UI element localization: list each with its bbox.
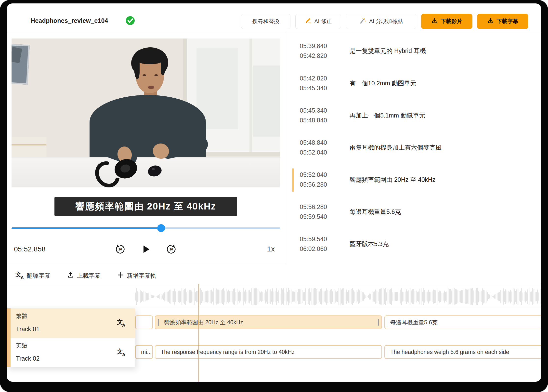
translate-icon: 文A <box>15 272 24 280</box>
seek-thumb[interactable] <box>157 224 165 232</box>
download-subtitle-label: 下載字幕 <box>497 18 518 25</box>
timeline-top-divider <box>7 284 541 284</box>
subtitle-row[interactable]: 05:59.54006:02.060 藍牙版本5.3克 <box>286 234 541 257</box>
translate-subtitle-label: 翻譯字幕 <box>27 272 50 280</box>
subtitle-segment[interactable]: 每邊耳機重量5.6克 <box>384 315 541 329</box>
upload-subtitle-label: 上載字幕 <box>77 272 101 280</box>
app-window: Headphones_review_e104 搜尋和替換 AI 修正 AI 分段… <box>7 3 541 382</box>
video-desk <box>12 157 280 187</box>
seek-fill <box>12 227 161 229</box>
download-video-button[interactable]: 下載影片 <box>421 14 472 29</box>
start-time: 05:48.840 <box>300 138 341 147</box>
subtitle-segment[interactable]: The headphones weigh 5.6 grams on each s… <box>384 345 541 359</box>
subtitle-row[interactable]: 05:56.28005:59.540 每邊耳機重量5.6克 <box>286 202 541 224</box>
subtitle-segment[interactable] <box>135 315 153 329</box>
download-video-label: 下載影片 <box>441 18 462 25</box>
download-icon <box>487 17 494 25</box>
upload-icon <box>67 272 74 280</box>
start-time: 05:42.820 <box>300 73 341 83</box>
end-time: 05:42.820 <box>300 51 341 61</box>
end-time: 05:52.040 <box>300 147 341 157</box>
subtitle-row[interactable]: 05:42.82005:45.340 有一個10.2mm 動圈單元 <box>286 73 541 96</box>
subtitle-overlay: 響應頻率範圍由 20Hz 至 40kHz <box>54 197 237 216</box>
subtitle-text: 是一隻雙單元的 Hybrid 耳機 <box>350 41 426 61</box>
ai-fix-label: AI 修正 <box>314 18 332 25</box>
current-time: 05:52.858 <box>14 245 46 253</box>
video-player[interactable] <box>12 39 280 187</box>
subtitle-row[interactable]: 05:39.84005:42.820 是一隻雙單元的 Hybrid 耳機 <box>286 41 541 64</box>
waveform[interactable] <box>7 286 541 308</box>
upload-subtitle-button[interactable]: 上載字幕 <box>67 267 101 284</box>
end-time: 05:56.280 <box>300 180 341 189</box>
segment-right-handle[interactable] <box>378 319 379 326</box>
track-name: Track 01 <box>16 326 39 333</box>
ai-segment-label: AI 分段加標點 <box>369 18 403 25</box>
subtitle-row-active[interactable]: 05:52.04005:56.280 響應頻率範圍由 20Hz 至 40kHz <box>286 170 541 192</box>
translate-icon[interactable]: 文A <box>117 319 125 327</box>
start-time: 05:56.280 <box>300 202 341 212</box>
subtitle-row[interactable]: 05:48.84005:52.040 兩隻耳機的機身加上有六個麥克風 <box>286 138 541 160</box>
download-icon <box>431 17 438 25</box>
timeline-playhead[interactable] <box>198 284 199 382</box>
forward-10-button[interactable]: 10 <box>165 243 178 256</box>
track-color-strip <box>7 308 11 367</box>
download-subtitle-button[interactable]: 下載字幕 <box>477 14 528 29</box>
search-replace-button[interactable]: 搜尋和替換 <box>241 14 290 29</box>
end-time: 06:02.060 <box>300 244 341 254</box>
translate-subtitle-button[interactable]: 文A 翻譯字幕 <box>15 267 50 284</box>
active-row-indicator <box>292 168 294 192</box>
start-time: 05:45.340 <box>300 105 341 115</box>
track-language: 繁體 <box>16 312 27 320</box>
subtitle-segment[interactable]: mi... <box>135 345 153 359</box>
end-time: 05:45.340 <box>300 83 341 93</box>
track-name: Track 02 <box>16 355 39 362</box>
playback-speed-button[interactable]: 1x <box>258 245 275 253</box>
check-circle-icon <box>125 16 135 26</box>
subtitle-segment[interactable]: The response frequency range is from 20H… <box>155 345 382 359</box>
plus-icon <box>117 272 124 280</box>
subtitle-row[interactable]: 05:45.34005:48.840 再加上一個5.1mm 動鐵單元 <box>286 105 541 128</box>
wand-sparkles-icon <box>359 17 366 26</box>
svg-text:10: 10 <box>118 248 122 251</box>
subtitle-text: 響應頻率範圍由 20Hz 至 40kHz <box>350 170 435 189</box>
subtitle-text: 藍牙版本5.3克 <box>350 234 389 254</box>
subtitle-segment-active[interactable]: 響應頻率範圍由 20Hz 至 40kHz <box>155 315 382 329</box>
search-replace-label: 搜尋和替換 <box>252 18 279 25</box>
header-divider <box>7 32 541 32</box>
add-track-label: 新增字幕軌 <box>127 272 156 280</box>
track-language: 英語 <box>16 342 27 349</box>
ai-segment-button[interactable]: AI 分段加標點 <box>346 14 416 29</box>
seek-bar[interactable] <box>12 224 280 232</box>
ai-fix-button[interactable]: AI 修正 <box>295 14 341 29</box>
subtitle-text: 每邊耳機重量5.6克 <box>350 202 401 222</box>
segment-left-handle[interactable] <box>158 319 159 326</box>
add-track-button[interactable]: 新增字幕軌 <box>117 267 156 284</box>
start-time: 05:39.840 <box>300 41 341 51</box>
screenshot-stage: Headphones_review_e104 搜尋和替換 AI 修正 AI 分段… <box>0 0 548 392</box>
start-time: 05:59.540 <box>300 234 341 244</box>
end-time: 05:59.540 <box>300 212 341 222</box>
player-bottom-divider <box>7 264 286 264</box>
subtitle-text: 再加上一個5.1mm 動鐵單元 <box>350 105 425 125</box>
play-button[interactable] <box>140 243 152 256</box>
track-dropdown: 繁體 Track 01 文A 英語 Track 02 文A <box>7 308 135 367</box>
subtitle-text: 兩隻耳機的機身加上有六個麥克風 <box>350 138 442 157</box>
page-title: Headphones_review_e104 <box>31 17 108 24</box>
translate-icon[interactable]: 文A <box>117 349 125 357</box>
track-option-1[interactable]: 繁體 Track 01 文A <box>11 308 135 338</box>
video-picture-frame <box>12 44 30 85</box>
svg-text:10: 10 <box>170 248 173 251</box>
start-time: 05:52.040 <box>300 170 341 180</box>
end-time: 05:48.840 <box>300 115 341 125</box>
rewind-10-button[interactable]: 10 <box>114 243 127 256</box>
track-option-2[interactable]: 英語 Track 02 文A <box>11 338 135 367</box>
subtitle-text: 有一個10.2mm 動圈單元 <box>350 73 416 93</box>
pen-icon <box>305 17 312 26</box>
